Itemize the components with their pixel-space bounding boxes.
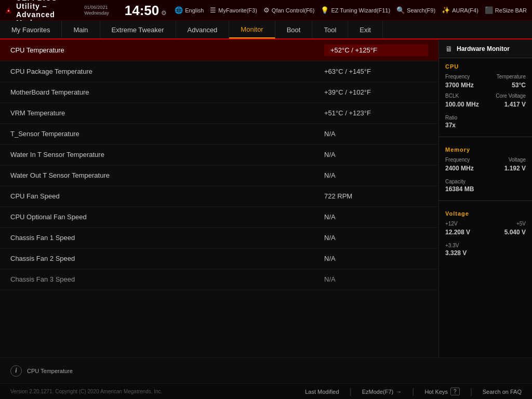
action-aura-label: AURA(F4) bbox=[452, 7, 478, 14]
action-aura[interactable]: ✨ AURA(F4) bbox=[442, 6, 478, 14]
nav-advanced[interactable]: Advanced bbox=[176, 21, 230, 38]
ezmode-arrow-icon: → bbox=[396, 389, 402, 395]
nav-tool[interactable]: Tool bbox=[312, 21, 348, 38]
sidebar-divider-1 bbox=[439, 137, 532, 137]
sidebar-v33-block: +3.3V 3.328 V bbox=[445, 240, 526, 257]
footer-hot-keys-badge[interactable]: ? bbox=[450, 388, 460, 395]
clock-gear-icon[interactable]: ⚙ bbox=[161, 9, 167, 17]
main-layout: CPU Temperature +52°C / +125°F CPU Packa… bbox=[0, 39, 532, 357]
sidebar-cpu-title: CPU bbox=[445, 63, 526, 70]
nav-advanced-label: Advanced bbox=[188, 26, 218, 34]
nav-boot[interactable]: Boot bbox=[275, 21, 313, 38]
sidebar-capacity-value: 16384 MB bbox=[445, 185, 526, 193]
action-myfavorite[interactable]: ☰ MyFavorite(F3) bbox=[210, 6, 257, 14]
table-row[interactable]: CPU Temperature +52°C / +125°F bbox=[0, 39, 438, 61]
footer-sep-1: | bbox=[350, 387, 352, 396]
sidebar-mem-freq-val-row: 2400 MHz 1.192 V bbox=[445, 165, 526, 173]
clock-time: 14:50 bbox=[125, 4, 159, 17]
info-icon-label: i bbox=[15, 367, 17, 375]
row-value: N/A bbox=[324, 130, 428, 138]
nav-extreme-tweaker[interactable]: Extreme Tweaker bbox=[100, 21, 176, 38]
nav-main-label: Main bbox=[73, 26, 88, 34]
nav-extreme-tweaker-label: Extreme Tweaker bbox=[112, 26, 164, 34]
content-area: CPU Temperature +52°C / +125°F CPU Packa… bbox=[0, 39, 438, 357]
bulb-icon: 💡 bbox=[321, 6, 329, 14]
footer: Version 2.20.1271. Copyright (C) 2020 Am… bbox=[0, 383, 532, 399]
row-label: Chassis Fan 1 Speed bbox=[10, 234, 324, 242]
row-label: CPU Package Temperature bbox=[10, 68, 324, 75]
sidebar-v12-val-row: 12.208 V 5.040 V bbox=[445, 229, 526, 237]
footer-ezmode[interactable]: EzMode(F7) → bbox=[362, 389, 402, 395]
footer-copyright: Version 2.20.1271. Copyright (C) 2020 Am… bbox=[10, 389, 162, 394]
nav-main[interactable]: Main bbox=[62, 21, 100, 38]
footer-hot-keys[interactable]: Hot Keys ? bbox=[424, 388, 459, 395]
sidebar-header: 🖥 Hardware Monitor bbox=[439, 39, 532, 58]
table-row[interactable]: MotherBoard Temperature +39°C / +102°F bbox=[0, 82, 438, 103]
action-eztuning[interactable]: 💡 EZ Tuning Wizard(F11) bbox=[321, 6, 390, 14]
nav-my-favorites[interactable]: My Favorites bbox=[0, 21, 62, 38]
action-qfan[interactable]: ⚙ Qfan Control(F6) bbox=[263, 6, 315, 14]
table-row[interactable]: CPU Fan Speed 722 RPM bbox=[0, 186, 438, 207]
sidebar-voltage-section: Voltage +12V +5V 12.208 V 5.040 V +3.3V … bbox=[439, 205, 532, 260]
sidebar-v12-label: +12V bbox=[445, 221, 458, 227]
sidebar-cpu-freq-value: 3700 MHz bbox=[445, 82, 474, 89]
table-row[interactable]: Water In T Sensor Temperature N/A bbox=[0, 144, 438, 165]
sidebar-cpu-temp-value: 53°C bbox=[512, 82, 526, 89]
sidebar-mem-volt-value: 1.192 V bbox=[504, 165, 526, 172]
action-search-label: Search(F9) bbox=[407, 7, 435, 14]
sidebar-cpu-bclk-val-row: 100.00 MHz 1.417 V bbox=[445, 101, 526, 109]
action-eztuning-label: EZ Tuning Wizard(F11) bbox=[331, 7, 390, 14]
sidebar-mem-freq-label: Frequency bbox=[445, 157, 470, 163]
table-row[interactable]: CPU Package Temperature +63°C / +145°F bbox=[0, 61, 438, 82]
sidebar-cpu-bclk-row: BCLK Core Voltage bbox=[445, 93, 526, 99]
row-value: +39°C / +102°F bbox=[324, 88, 428, 96]
footer-last-modified[interactable]: Last Modified bbox=[305, 389, 339, 395]
row-value: N/A bbox=[324, 275, 428, 283]
row-value: 722 RPM bbox=[324, 192, 428, 200]
sidebar-mem-volt-label: Voltage bbox=[509, 157, 526, 163]
sidebar-memory-section: Memory Frequency Voltage 2400 MHz 1.192 … bbox=[439, 141, 532, 196]
nav-boot-label: Boot bbox=[287, 26, 301, 34]
header-actions: 🌐 English ☰ MyFavorite(F3) ⚙ Qfan Contro… bbox=[175, 6, 527, 14]
sidebar-cpu-freq-label: Frequency bbox=[445, 74, 470, 79]
table-row[interactable]: Chassis Fan 2 Speed N/A bbox=[0, 248, 438, 269]
table-row[interactable]: CPU Optional Fan Speed N/A bbox=[0, 207, 438, 228]
clock-day: Wednesday bbox=[84, 10, 109, 16]
row-label: Water In T Sensor Temperature bbox=[10, 151, 324, 158]
svg-point-2 bbox=[8, 10, 9, 11]
footer-search-faq[interactable]: Search on FAQ bbox=[483, 389, 522, 395]
nav-tool-label: Tool bbox=[324, 26, 336, 34]
action-search[interactable]: 🔍 Search(F9) bbox=[396, 6, 435, 14]
action-english-label: English bbox=[185, 7, 204, 14]
row-value: N/A bbox=[324, 171, 428, 179]
row-value: +63°C / +145°F bbox=[324, 68, 428, 75]
table-row[interactable]: Chassis Fan 3 Speed N/A bbox=[0, 269, 438, 290]
footer-actions: Last Modified | EzMode(F7) → | Hot Keys … bbox=[305, 387, 522, 396]
sidebar-cpu-freq-val-row: 3700 MHz 53°C bbox=[445, 82, 526, 90]
favorites-icon: ☰ bbox=[210, 6, 216, 14]
row-label: Water Out T Sensor Temperature bbox=[10, 171, 324, 179]
table-row[interactable]: Chassis Fan 1 Speed N/A bbox=[0, 228, 438, 248]
row-label: MotherBoard Temperature bbox=[10, 88, 324, 96]
row-label: Chassis Fan 3 Speed bbox=[10, 275, 324, 283]
action-resizebar[interactable]: ⬛ ReSize BAR bbox=[485, 6, 527, 14]
nav-monitor[interactable]: Monitor bbox=[229, 21, 275, 38]
search-icon: 🔍 bbox=[396, 6, 405, 14]
row-label: CPU Temperature bbox=[10, 46, 324, 54]
info-icon: i bbox=[10, 365, 22, 377]
sidebar-cpu-section: CPU Frequency Temperature 3700 MHz 53°C … bbox=[439, 58, 532, 132]
row-label: Chassis Fan 2 Speed bbox=[10, 255, 324, 262]
table-row[interactable]: VRM Temperature +51°C / +123°F bbox=[0, 103, 438, 124]
fan-icon: ⚙ bbox=[263, 6, 270, 14]
resizebar-icon: ⬛ bbox=[485, 6, 493, 14]
sidebar-bclk-label: BCLK bbox=[445, 93, 459, 99]
sidebar-ratio-value: 37x bbox=[445, 122, 526, 129]
table-row[interactable]: T_Sensor Temperature N/A bbox=[0, 124, 438, 144]
sidebar-title: Hardware Monitor bbox=[457, 45, 510, 52]
sidebar-v5-value: 5.040 V bbox=[504, 229, 526, 236]
sidebar-voltage-title: Voltage bbox=[445, 210, 526, 217]
action-english[interactable]: 🌐 English bbox=[175, 6, 204, 14]
table-row[interactable]: Water Out T Sensor Temperature N/A bbox=[0, 165, 438, 186]
nav-exit[interactable]: Exit bbox=[348, 21, 383, 38]
nav-exit-label: Exit bbox=[360, 26, 371, 34]
